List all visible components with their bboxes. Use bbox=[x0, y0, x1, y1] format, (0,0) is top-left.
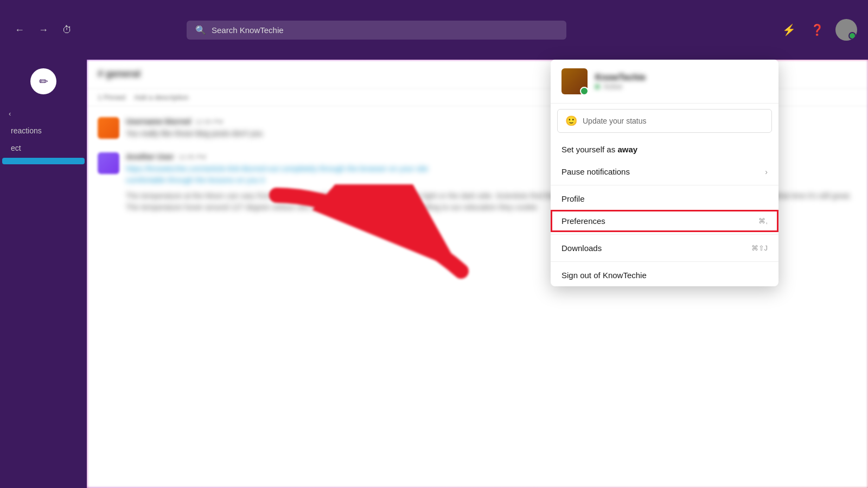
channel-meta-pins: 1 Pinned bbox=[98, 93, 125, 101]
downloads-label: Downloads bbox=[561, 243, 602, 253]
compose-button[interactable]: ✏ bbox=[30, 68, 56, 94]
help-button[interactable]: ❓ bbox=[807, 20, 827, 40]
status-emoji-icon: 🙂 bbox=[565, 115, 577, 127]
profile-item[interactable]: Profile bbox=[551, 188, 778, 210]
kt-watermark: ✦K bbox=[812, 434, 846, 466]
back-button[interactable]: ← bbox=[11, 21, 28, 38]
profile-label: Profile bbox=[561, 194, 585, 203]
chevron-right-icon: › bbox=[765, 168, 768, 176]
dropdown-status: Active bbox=[595, 82, 646, 91]
preferences-shortcut-area: ⌘, bbox=[758, 217, 768, 225]
forward-button[interactable]: → bbox=[35, 21, 52, 38]
dropdown-avatar bbox=[561, 68, 588, 94]
message-author: Another User bbox=[126, 152, 174, 161]
dropdown-user-info: KnowTechie Active bbox=[595, 73, 646, 91]
divider-3 bbox=[551, 261, 778, 262]
workspace-toggle[interactable]: ‹ bbox=[0, 105, 87, 122]
divider-2 bbox=[551, 234, 778, 235]
filter-button[interactable]: ⚡ bbox=[779, 20, 799, 40]
set-away-item[interactable]: Set yourself as away bbox=[551, 138, 778, 160]
update-status-button[interactable]: 🙂 Update your status bbox=[557, 109, 772, 133]
downloads-item[interactable]: Downloads ⌘⇧J bbox=[551, 237, 778, 259]
sidebar: ✏ ‹ reactions ect bbox=[0, 60, 87, 488]
search-bar[interactable]: 🔍 Search KnowTechie bbox=[187, 21, 566, 40]
away-label: Set yourself as away bbox=[561, 145, 637, 154]
dropdown-menu: KnowTechie Active 🙂 Update your status S… bbox=[551, 60, 778, 286]
avatar bbox=[98, 117, 119, 139]
message-time: 12:00 PM bbox=[195, 118, 223, 126]
dropdown-user-section: KnowTechie Active bbox=[551, 60, 778, 104]
status-dot bbox=[595, 85, 599, 89]
preferences-label: Preferences bbox=[561, 216, 605, 226]
channel-meta-desc: Add a description bbox=[134, 93, 188, 101]
preferences-shortcut: ⌘, bbox=[758, 217, 768, 225]
sidebar-item-6[interactable] bbox=[2, 192, 85, 199]
downloads-shortcut: ⌘⇧J bbox=[751, 244, 768, 252]
sidebar-item-active[interactable] bbox=[2, 158, 85, 164]
sidebar-item-ect[interactable]: ect bbox=[2, 140, 85, 156]
sidebar-item-4[interactable] bbox=[2, 175, 85, 182]
chevron-icon: ‹ bbox=[9, 110, 11, 118]
browser-actions: ⚡ ❓ bbox=[779, 19, 857, 41]
sidebar-item-5[interactable] bbox=[2, 184, 85, 190]
search-placeholder: Search KnowTechie bbox=[212, 25, 284, 35]
search-icon: 🔍 bbox=[195, 25, 206, 35]
history-button[interactable]: ⏱ bbox=[59, 21, 76, 38]
sign-out-label: Sign out of KnowTechie bbox=[561, 271, 647, 280]
sign-out-item[interactable]: Sign out of KnowTechie bbox=[551, 264, 778, 286]
compose-icon: ✏ bbox=[39, 75, 48, 88]
pause-notifications-label: Pause notifications bbox=[561, 167, 630, 176]
sidebar-item-3[interactable] bbox=[2, 166, 85, 173]
browser-chrome: ← → ⏱ 🔍 Search KnowTechie ⚡ ❓ bbox=[0, 0, 868, 60]
sidebar-item-reactions[interactable]: reactions bbox=[2, 123, 85, 138]
pause-notifications-item[interactable]: Pause notifications › bbox=[551, 160, 778, 183]
nav-buttons: ← → ⏱ bbox=[11, 21, 76, 38]
update-status-label: Update your status bbox=[583, 117, 647, 125]
avatar bbox=[98, 152, 119, 174]
dropdown-username: KnowTechie bbox=[595, 73, 646, 82]
channel-name: # general bbox=[98, 68, 141, 80]
message-author: Username blurred bbox=[126, 117, 191, 126]
message-time: 12:05 PM bbox=[178, 153, 206, 161]
red-arrow bbox=[250, 184, 477, 293]
user-avatar-button[interactable] bbox=[835, 19, 857, 41]
preferences-item[interactable]: Preferences ⌘, bbox=[551, 210, 778, 232]
divider-1 bbox=[551, 185, 778, 185]
